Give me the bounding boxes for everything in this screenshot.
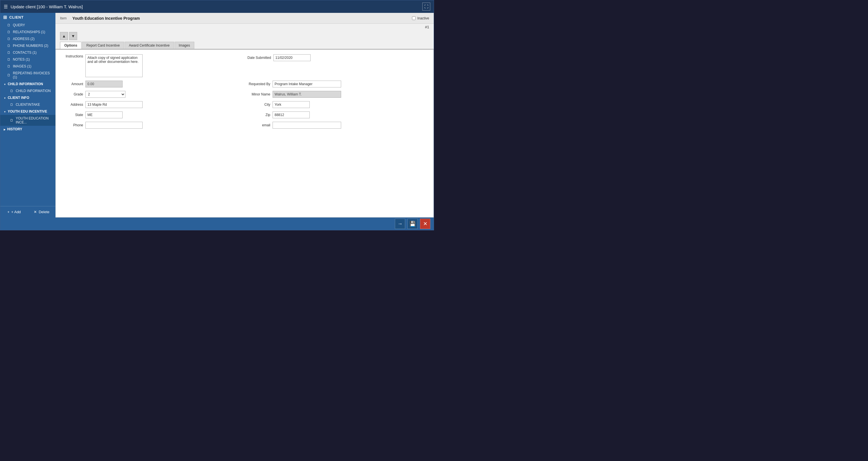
form-row-amount: Amount Requested By [60, 81, 429, 88]
sidebar: ⊞ CLIENT 🗋 QUERY 🗋 RELATIONSHIPS (1) 🗋 A… [0, 13, 55, 217]
sidebar-group-client-info[interactable]: CLIENT INFO [0, 94, 55, 101]
save-icon: 💾 [409, 221, 416, 227]
contacts-label: CONTACTS (1) [13, 51, 37, 55]
instructions-textarea[interactable]: Attach copy of signed application and al… [86, 54, 143, 77]
close-icon: ✕ [423, 221, 427, 227]
sidebar-subitem-youth-edu-inc[interactable]: 🗋 YOUTH EDUCATION INCE... [0, 115, 55, 126]
delete-icon: ✕ [34, 210, 37, 214]
delete-label: Delete [38, 210, 50, 214]
sidebar-item-relationships[interactable]: 🗋 RELATIONSHIPS (1) [0, 29, 55, 35]
inactive-checkbox[interactable] [412, 16, 416, 20]
youth-edu-chevron-icon [4, 110, 6, 114]
contacts-doc-icon: 🗋 [7, 51, 10, 55]
title-bar: ☰ Update client [100 - William T. Walrus… [0, 0, 434, 13]
sidebar-item-address[interactable]: 🗋 ADDRESS (2) [0, 35, 55, 42]
amount-input[interactable] [86, 81, 123, 88]
clientintake-doc-icon: 🗋 [10, 102, 13, 106]
zip-input[interactable] [273, 112, 310, 118]
add-label: + Add [11, 210, 21, 214]
sidebar-group-history[interactable]: HISTORY [0, 126, 55, 133]
phone-label: Phone [60, 123, 83, 127]
child-info-group-label: CHILD INFORMATION [8, 82, 43, 86]
city-group: City [247, 101, 429, 108]
state-input[interactable] [86, 112, 123, 118]
grade-label: Grade [60, 92, 83, 96]
youth-edu-inc-label: YOUTH EDUCATION INCE... [16, 116, 53, 124]
next-button[interactable]: → [395, 219, 405, 229]
window-title: Update client [100 - William T. Walrus] [10, 4, 83, 9]
tab-award-cert[interactable]: Award Certificate Incentive [125, 42, 174, 49]
grade-group: Grade 2 [60, 91, 242, 98]
repeating-invoices-label: REPEATING INVOICES (1) [13, 71, 53, 79]
phone-group: Phone [60, 122, 242, 129]
content-header-left: Item Youth Education Incentive Program [60, 16, 140, 21]
form-row-grade: Grade 2 Minor Name [60, 91, 429, 98]
maximize-button[interactable]: ⛶ [422, 3, 430, 10]
phone-input[interactable] [86, 122, 143, 129]
form-row-address: Address City [60, 101, 429, 108]
minor-name-input[interactable] [273, 91, 341, 98]
zip-label: Zip [247, 113, 270, 117]
child-info-sub-label: CHILD INFORMATION [16, 89, 51, 93]
sidebar-item-notes[interactable]: 🗋 NOTES (1) [0, 56, 55, 63]
tabs-row: Options Report Card Incentive Award Cert… [55, 42, 434, 50]
requested-by-input[interactable] [273, 81, 341, 88]
child-info-sub-doc-icon: 🗋 [10, 89, 13, 93]
instructions-group: Instructions Attach copy of signed appli… [60, 54, 242, 77]
email-input[interactable] [273, 122, 341, 129]
amount-label: Amount [60, 82, 83, 86]
history-group-label: HISTORY [7, 127, 22, 131]
address-doc-icon: 🗋 [7, 37, 10, 41]
tab-images[interactable]: Images [175, 42, 194, 49]
client-info-group-label: CLIENT INFO [8, 96, 29, 100]
sidebar-item-phone-numbers[interactable]: 🗋 PHONE NUMBERS (2) [0, 42, 55, 49]
sidebar-group-child-information[interactable]: CHILD INFORMATION [0, 81, 55, 88]
address-input[interactable] [86, 101, 143, 108]
clientintake-label: CLIENTINTAKE [16, 102, 40, 106]
amount-group: Amount [60, 81, 242, 88]
youth-edu-inc-doc-icon: 🗋 [10, 118, 13, 122]
phone-label: PHONE NUMBERS (2) [13, 44, 48, 48]
tab-options[interactable]: Options [60, 42, 82, 49]
save-button[interactable]: 💾 [407, 219, 418, 229]
sidebar-item-query[interactable]: 🗋 QUERY [0, 22, 55, 29]
query-doc-icon: 🗋 [7, 23, 10, 27]
tab-report-card[interactable]: Report Card Incentive [82, 42, 124, 49]
city-input[interactable] [273, 101, 310, 108]
sidebar-item-repeating-invoices[interactable]: 🗋 REPEATING INVOICES (1) [0, 70, 55, 81]
sidebar-item-images[interactable]: 🗋 IMAGES (1) [0, 63, 55, 70]
title-controls: ⛶ [422, 3, 430, 10]
instructions-label: Instructions [60, 54, 83, 58]
main-content: ⊞ CLIENT 🗋 QUERY 🗋 RELATIONSHIPS (1) 🗋 A… [0, 13, 434, 217]
close-button[interactable]: ✕ [420, 219, 430, 229]
nav-arrows: ▲ ▼ [55, 30, 434, 42]
program-title: Youth Education Incentive Program [72, 16, 140, 21]
notes-doc-icon: 🗋 [7, 57, 10, 61]
address-label: ADDRESS (2) [13, 37, 35, 41]
sidebar-scroll[interactable]: ⊞ CLIENT 🗋 QUERY 🗋 RELATIONSHIPS (1) 🗋 A… [0, 13, 55, 206]
client-info-chevron-icon [4, 96, 6, 100]
form-row-phone: Phone email [60, 122, 429, 129]
delete-button[interactable]: ✕ Delete [28, 206, 56, 217]
sidebar-subitem-clientintake[interactable]: 🗋 CLIENTINTAKE [0, 101, 55, 108]
item-label: Item [60, 16, 67, 20]
requested-by-label: Requested By [247, 82, 270, 86]
sidebar-item-contacts[interactable]: 🗋 CONTACTS (1) [0, 49, 55, 56]
content-header: Item Youth Education Incentive Program I… [55, 13, 434, 24]
minor-name-group: Minor Name [247, 91, 429, 98]
sidebar-group-youth-edu[interactable]: YOUTH EDU INCENTIVE [0, 108, 55, 115]
inactive-checkbox-group: Inactive [412, 16, 429, 20]
address-label: Address [60, 102, 83, 106]
next-icon: → [397, 221, 403, 227]
nav-up-button[interactable]: ▲ [60, 32, 68, 40]
date-submitted-input[interactable] [273, 54, 311, 61]
phone-doc-icon: 🗋 [7, 44, 10, 48]
add-button[interactable]: + + Add [0, 206, 28, 217]
nav-down-button[interactable]: ▼ [69, 32, 77, 40]
relationships-label: RELATIONSHIPS (1) [13, 30, 45, 34]
sidebar-subitem-child-info[interactable]: 🗋 CHILD INFORMATION [0, 88, 55, 94]
form-row-state: State Zip [60, 112, 429, 118]
zip-group: Zip [247, 112, 429, 118]
grade-select[interactable]: 2 [86, 91, 125, 98]
minor-name-label: Minor Name [247, 92, 270, 96]
